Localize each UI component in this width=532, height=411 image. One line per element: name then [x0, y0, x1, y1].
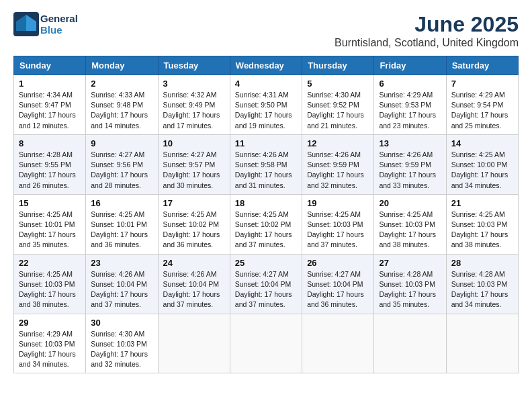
calendar-cell: 26Sunrise: 4:27 AM Sunset: 10:04 PM Dayl… [302, 254, 374, 314]
day-number: 10 [163, 138, 225, 148]
day-number: 17 [163, 198, 225, 208]
logo-text: General Blue [40, 13, 78, 36]
day-number: 2 [91, 79, 152, 89]
day-number: 28 [451, 258, 513, 268]
calendar-header-tuesday: Tuesday [158, 56, 230, 75]
calendar-week-row: 1Sunrise: 4:34 AM Sunset: 9:47 PM Daylig… [14, 75, 519, 135]
calendar-cell: 12Sunrise: 4:26 AM Sunset: 9:59 PM Dayli… [302, 134, 374, 194]
day-number: 11 [235, 138, 297, 148]
day-detail: Sunrise: 4:28 AM Sunset: 10:03 PM Daylig… [379, 269, 441, 310]
day-detail: Sunrise: 4:25 AM Sunset: 10:01 PM Daylig… [19, 210, 81, 250]
calendar-cell: 13Sunrise: 4:26 AM Sunset: 9:59 PM Dayli… [374, 134, 446, 194]
day-detail: Sunrise: 4:25 AM Sunset: 10:02 PM Daylig… [235, 210, 297, 250]
calendar-header-friday: Friday [374, 56, 446, 75]
calendar-cell: 4Sunrise: 4:31 AM Sunset: 9:50 PM Daylig… [230, 75, 302, 135]
day-number: 14 [451, 138, 513, 148]
calendar-week-row: 15Sunrise: 4:25 AM Sunset: 10:01 PM Dayl… [14, 194, 519, 254]
calendar-header-saturday: Saturday [446, 56, 518, 75]
day-detail: Sunrise: 4:26 AM Sunset: 9:58 PM Dayligh… [235, 150, 297, 191]
calendar-cell: 18Sunrise: 4:25 AM Sunset: 10:02 PM Dayl… [230, 194, 302, 254]
calendar-cell [230, 314, 302, 373]
day-detail: Sunrise: 4:31 AM Sunset: 9:50 PM Dayligh… [235, 90, 297, 131]
day-detail: Sunrise: 4:33 AM Sunset: 9:48 PM Dayligh… [91, 90, 152, 131]
day-number: 16 [91, 198, 152, 208]
calendar-cell: 25Sunrise: 4:27 AM Sunset: 10:04 PM Dayl… [230, 254, 302, 314]
day-detail: Sunrise: 4:25 AM Sunset: 10:03 PM Daylig… [451, 210, 513, 250]
day-detail: Sunrise: 4:25 AM Sunset: 10:03 PM Daylig… [307, 210, 369, 250]
calendar-cell: 9Sunrise: 4:27 AM Sunset: 9:56 PM Daylig… [86, 134, 158, 194]
calendar-cell: 11Sunrise: 4:26 AM Sunset: 9:58 PM Dayli… [230, 134, 302, 194]
calendar-cell: 23Sunrise: 4:26 AM Sunset: 10:04 PM Dayl… [86, 254, 158, 314]
day-number: 7 [451, 79, 513, 89]
day-number: 1 [19, 79, 81, 89]
day-number: 23 [91, 258, 152, 268]
day-detail: Sunrise: 4:27 AM Sunset: 9:57 PM Dayligh… [163, 150, 225, 191]
calendar-cell: 1Sunrise: 4:34 AM Sunset: 9:47 PM Daylig… [14, 75, 86, 135]
calendar-cell: 10Sunrise: 4:27 AM Sunset: 9:57 PM Dayli… [158, 134, 230, 194]
day-number: 18 [235, 198, 297, 208]
logo-icon [13, 12, 39, 36]
day-detail: Sunrise: 4:25 AM Sunset: 10:02 PM Daylig… [163, 210, 225, 250]
day-detail: Sunrise: 4:30 AM Sunset: 10:03 PM Daylig… [91, 329, 152, 370]
calendar-cell [446, 314, 518, 373]
calendar-cell [158, 314, 230, 373]
calendar-cell: 29Sunrise: 4:29 AM Sunset: 10:03 PM Dayl… [14, 314, 86, 373]
day-number: 12 [307, 138, 369, 148]
month-title: June 2025 [335, 12, 519, 37]
day-detail: Sunrise: 4:29 AM Sunset: 9:54 PM Dayligh… [451, 90, 513, 131]
calendar-cell: 15Sunrise: 4:25 AM Sunset: 10:01 PM Dayl… [14, 194, 86, 254]
day-number: 29 [19, 318, 81, 328]
day-number: 4 [235, 79, 297, 89]
day-detail: Sunrise: 4:26 AM Sunset: 9:59 PM Dayligh… [307, 150, 369, 191]
title-block: June 2025 Burntisland, Scotland, United … [335, 12, 519, 49]
day-detail: Sunrise: 4:32 AM Sunset: 9:49 PM Dayligh… [163, 90, 225, 131]
calendar-cell: 28Sunrise: 4:28 AM Sunset: 10:03 PM Dayl… [446, 254, 518, 314]
day-number: 27 [379, 258, 441, 268]
day-number: 20 [379, 198, 441, 208]
calendar-cell: 22Sunrise: 4:25 AM Sunset: 10:03 PM Dayl… [14, 254, 86, 314]
calendar-cell: 5Sunrise: 4:30 AM Sunset: 9:52 PM Daylig… [302, 75, 374, 135]
day-detail: Sunrise: 4:25 AM Sunset: 10:03 PM Daylig… [379, 210, 441, 250]
logo: General Blue [13, 12, 78, 36]
day-detail: Sunrise: 4:34 AM Sunset: 9:47 PM Dayligh… [19, 90, 81, 131]
day-detail: Sunrise: 4:28 AM Sunset: 10:03 PM Daylig… [451, 269, 513, 310]
calendar-header-thursday: Thursday [302, 56, 374, 75]
day-detail: Sunrise: 4:30 AM Sunset: 9:52 PM Dayligh… [307, 90, 369, 131]
calendar-cell: 2Sunrise: 4:33 AM Sunset: 9:48 PM Daylig… [86, 75, 158, 135]
calendar-cell: 20Sunrise: 4:25 AM Sunset: 10:03 PM Dayl… [374, 194, 446, 254]
day-detail: Sunrise: 4:27 AM Sunset: 9:56 PM Dayligh… [91, 150, 152, 191]
calendar-cell: 3Sunrise: 4:32 AM Sunset: 9:49 PM Daylig… [158, 75, 230, 135]
calendar-header-sunday: Sunday [14, 56, 86, 75]
calendar-cell: 24Sunrise: 4:26 AM Sunset: 10:04 PM Dayl… [158, 254, 230, 314]
day-detail: Sunrise: 4:25 AM Sunset: 10:03 PM Daylig… [19, 269, 81, 310]
calendar-cell: 19Sunrise: 4:25 AM Sunset: 10:03 PM Dayl… [302, 194, 374, 254]
day-detail: Sunrise: 4:26 AM Sunset: 9:59 PM Dayligh… [379, 150, 441, 191]
calendar-week-row: 8Sunrise: 4:28 AM Sunset: 9:55 PM Daylig… [14, 134, 519, 194]
calendar-week-row: 22Sunrise: 4:25 AM Sunset: 10:03 PM Dayl… [14, 254, 519, 314]
day-detail: Sunrise: 4:25 AM Sunset: 10:00 PM Daylig… [451, 150, 513, 191]
calendar-cell: 30Sunrise: 4:30 AM Sunset: 10:03 PM Dayl… [86, 314, 158, 373]
day-detail: Sunrise: 4:29 AM Sunset: 10:03 PM Daylig… [19, 329, 81, 370]
day-detail: Sunrise: 4:26 AM Sunset: 10:04 PM Daylig… [91, 269, 152, 310]
day-number: 26 [307, 258, 369, 268]
day-detail: Sunrise: 4:27 AM Sunset: 10:04 PM Daylig… [235, 269, 297, 310]
calendar-table: SundayMondayTuesdayWednesdayThursdayFrid… [13, 56, 519, 373]
calendar-cell: 8Sunrise: 4:28 AM Sunset: 9:55 PM Daylig… [14, 134, 86, 194]
day-number: 30 [91, 318, 152, 328]
day-detail: Sunrise: 4:26 AM Sunset: 10:04 PM Daylig… [163, 269, 225, 310]
day-number: 3 [163, 79, 225, 89]
calendar-cell: 16Sunrise: 4:25 AM Sunset: 10:01 PM Dayl… [86, 194, 158, 254]
calendar-header-monday: Monday [86, 56, 158, 75]
day-number: 24 [163, 258, 225, 268]
day-detail: Sunrise: 4:25 AM Sunset: 10:01 PM Daylig… [91, 210, 152, 250]
calendar-cell: 6Sunrise: 4:29 AM Sunset: 9:53 PM Daylig… [374, 75, 446, 135]
calendar-cell: 21Sunrise: 4:25 AM Sunset: 10:03 PM Dayl… [446, 194, 518, 254]
calendar-header-wednesday: Wednesday [230, 56, 302, 75]
day-number: 22 [19, 258, 81, 268]
day-number: 13 [379, 138, 441, 148]
calendar-cell: 17Sunrise: 4:25 AM Sunset: 10:02 PM Dayl… [158, 194, 230, 254]
calendar-header-row: SundayMondayTuesdayWednesdayThursdayFrid… [14, 56, 519, 75]
day-number: 6 [379, 79, 441, 89]
day-number: 21 [451, 198, 513, 208]
calendar-cell [374, 314, 446, 373]
